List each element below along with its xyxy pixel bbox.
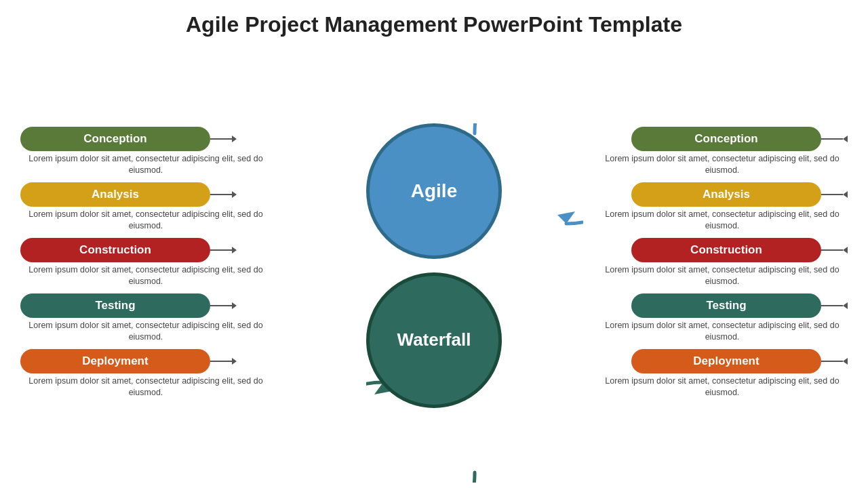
right-label-conception: Conception — [644, 132, 809, 146]
left-line-deployment — [210, 361, 232, 362]
left-pill-construction: Construction — [20, 238, 210, 262]
right-line-testing — [821, 305, 843, 306]
circle-waterfall: Waterfall — [366, 272, 502, 408]
right-item-testing: Testing Lorem ipsum dolor sit amet, cons… — [597, 293, 848, 348]
center-area: Agile Waterfall — [326, 76, 542, 455]
right-label-construction: Construction — [644, 243, 809, 257]
left-item-conception: Conception Lorem ipsum dolor sit amet, c… — [20, 127, 271, 181]
left-desc-testing: Lorem ipsum dolor sit amet, consectetur … — [20, 320, 271, 344]
left-label-deployment: Deployment — [33, 354, 198, 368]
left-pill-analysis: Analysis — [20, 182, 210, 207]
circle-agile: Agile — [366, 123, 502, 259]
right-pill-construction: Construction — [631, 238, 821, 262]
left-pill-conception: Conception — [20, 127, 210, 151]
left-desc-analysis: Lorem ipsum dolor sit amet, consectetur … — [20, 209, 271, 232]
svg-marker-0 — [557, 211, 575, 224]
right-arrow-testing — [843, 300, 848, 312]
page: Agile Project Management PowerPoint Temp… — [0, 0, 868, 488]
left-pill-testing: Testing — [20, 293, 210, 318]
main-content: Conception Lorem ipsum dolor sit amet, c… — [20, 49, 848, 481]
right-desc-conception: Lorem ipsum dolor sit amet, consectetur … — [597, 153, 848, 177]
left-pill-deployment: Deployment — [20, 349, 210, 373]
left-item-testing: Testing Lorem ipsum dolor sit amet, cons… — [20, 293, 271, 348]
right-arrow-conception — [843, 133, 848, 145]
left-arrow-analysis — [232, 188, 237, 201]
right-arrow-deployment — [843, 355, 848, 367]
right-desc-analysis: Lorem ipsum dolor sit amet, consectetur … — [597, 209, 848, 232]
circle-agile-label: Agile — [411, 180, 457, 202]
left-column: Conception Lorem ipsum dolor sit amet, c… — [20, 127, 271, 405]
right-pill-conception: Conception — [631, 127, 821, 151]
left-item-deployment: Deployment Lorem ipsum dolor sit amet, c… — [20, 349, 271, 403]
left-arrow-testing — [232, 300, 237, 312]
right-arrow-construction — [843, 244, 848, 256]
right-label-deployment: Deployment — [644, 354, 809, 368]
right-line-analysis — [821, 194, 843, 195]
left-item-analysis: Analysis Lorem ipsum dolor sit amet, con… — [20, 182, 271, 237]
right-pill-deployment: Deployment — [631, 349, 821, 373]
right-column: Conception Lorem ipsum dolor sit amet, c… — [597, 127, 848, 405]
right-pill-analysis: Analysis — [631, 182, 821, 207]
right-line-conception — [821, 138, 843, 140]
right-arrow-analysis — [843, 188, 848, 201]
right-desc-testing: Lorem ipsum dolor sit amet, consectetur … — [597, 320, 848, 344]
left-item-construction: Construction Lorem ipsum dolor sit amet,… — [20, 238, 271, 292]
left-desc-construction: Lorem ipsum dolor sit amet, consectetur … — [20, 264, 271, 288]
left-arrow-deployment — [232, 355, 237, 367]
right-pill-testing: Testing — [631, 293, 821, 318]
right-item-conception: Conception Lorem ipsum dolor sit amet, c… — [597, 127, 848, 181]
left-label-testing: Testing — [33, 299, 198, 312]
right-item-deployment: Deployment Lorem ipsum dolor sit amet, c… — [597, 349, 848, 403]
left-arrow-conception — [232, 133, 237, 145]
circle-waterfall-label: Waterfall — [397, 329, 471, 350]
right-line-deployment — [821, 361, 843, 362]
right-label-testing: Testing — [644, 299, 809, 312]
page-title: Agile Project Management PowerPoint Temp… — [186, 12, 682, 37]
circles-wrapper: Agile Waterfall — [366, 123, 502, 408]
left-line-conception — [210, 138, 232, 140]
right-item-construction: Construction Lorem ipsum dolor sit amet,… — [597, 238, 848, 292]
right-item-analysis: Analysis Lorem ipsum dolor sit amet, con… — [597, 182, 848, 237]
right-desc-construction: Lorem ipsum dolor sit amet, consectetur … — [597, 264, 848, 288]
left-desc-conception: Lorem ipsum dolor sit amet, consectetur … — [20, 153, 271, 177]
left-desc-deployment: Lorem ipsum dolor sit amet, consectetur … — [20, 375, 271, 399]
left-label-conception: Conception — [33, 132, 198, 146]
left-line-analysis — [210, 194, 232, 195]
left-label-construction: Construction — [33, 243, 198, 257]
left-line-construction — [210, 249, 232, 251]
right-desc-deployment: Lorem ipsum dolor sit amet, consectetur … — [597, 375, 848, 399]
right-label-analysis: Analysis — [644, 188, 809, 201]
right-line-construction — [821, 249, 843, 251]
left-arrow-construction — [232, 244, 237, 256]
left-label-analysis: Analysis — [33, 188, 198, 201]
left-line-testing — [210, 305, 232, 306]
